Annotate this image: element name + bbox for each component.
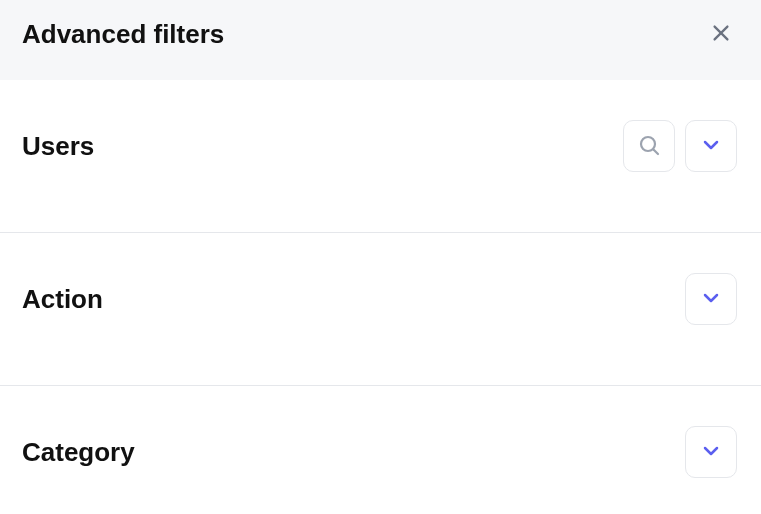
- users-section-title: Users: [22, 131, 94, 162]
- category-section-controls: [685, 426, 737, 478]
- close-button[interactable]: [705, 18, 737, 50]
- action-section-title: Action: [22, 284, 103, 315]
- search-icon: [637, 133, 661, 160]
- chevron-down-icon: [699, 439, 723, 466]
- chevron-down-icon: [699, 286, 723, 313]
- action-expand-button[interactable]: [685, 273, 737, 325]
- users-section-controls: [623, 120, 737, 172]
- users-search-button[interactable]: [623, 120, 675, 172]
- action-section-controls: [685, 273, 737, 325]
- users-section: Users: [0, 80, 761, 233]
- category-section: Category: [0, 386, 761, 514]
- svg-line-3: [654, 149, 659, 154]
- category-expand-button[interactable]: [685, 426, 737, 478]
- chevron-down-icon: [699, 133, 723, 160]
- action-section: Action: [0, 233, 761, 386]
- close-icon: [710, 22, 732, 47]
- filters-title: Advanced filters: [22, 19, 224, 50]
- filters-header: Advanced filters: [0, 0, 761, 80]
- category-section-title: Category: [22, 437, 135, 468]
- users-expand-button[interactable]: [685, 120, 737, 172]
